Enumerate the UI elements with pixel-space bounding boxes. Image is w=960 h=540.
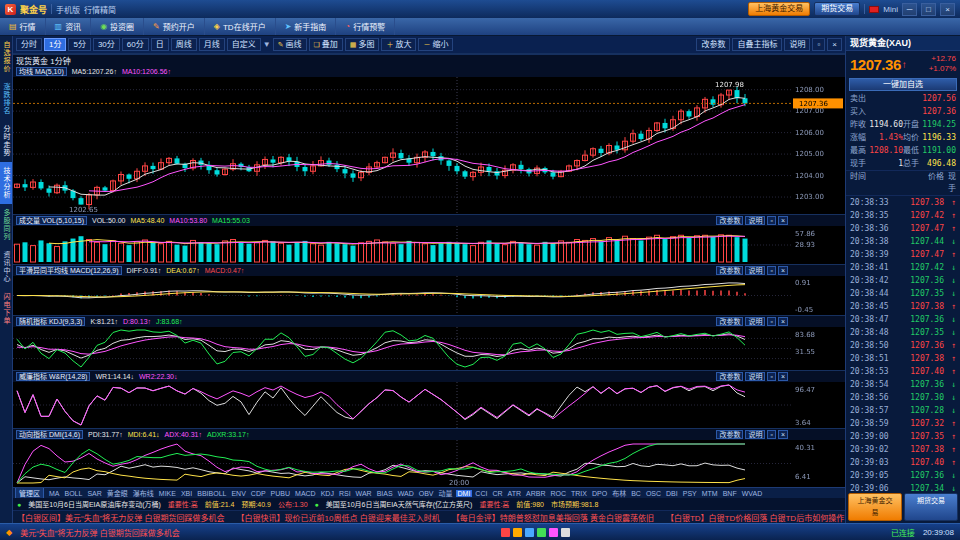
panel-shrink-icon[interactable]: ▫ — [767, 216, 775, 225]
futures-trade-button[interactable]: 期货交易 — [814, 2, 860, 16]
indicator-tab-dmi[interactable]: DMI — [456, 490, 473, 497]
news-link-2[interactable]: 【每日金评】特朗普怒怼加息美指回落 黄金白银震荡依旧 — [452, 512, 654, 523]
minimize-button[interactable]: ─ — [902, 3, 917, 16]
chart-button-main-ind[interactable]: 自叠主指标 — [732, 38, 782, 51]
tool-multi[interactable]: ▦多图 — [345, 38, 380, 51]
panel-close-icon[interactable]: × — [827, 38, 842, 51]
sidebar-item-3[interactable]: 技术分析 — [0, 162, 12, 204]
period-tab-day[interactable]: 日 — [151, 38, 169, 51]
indicator-tab-env[interactable]: ENV — [229, 490, 247, 497]
panel-shrink-icon[interactable]: ▫ — [767, 317, 775, 326]
tick-list[interactable]: 20:38:331207.38↑20:38:351207.42↑20:38:36… — [846, 196, 960, 491]
indicator-tab-pubu[interactable]: PUBU — [269, 490, 292, 497]
chart-canvas-dmi[interactable] — [13, 440, 845, 487]
indicator-tab-kdj[interactable]: KDJ — [319, 490, 336, 497]
indicator-tab-cn-3[interactable]: 黄金眼 — [105, 488, 130, 498]
indicator-tab-mike[interactable]: MIKE — [157, 490, 178, 497]
indicator-manage-button[interactable]: 管理区 — [15, 487, 44, 498]
indicator-tab-wad[interactable]: WAD — [396, 490, 416, 497]
toolbar-item-quotes[interactable]: ▤行情 — [0, 18, 46, 35]
toolbar-item-alert[interactable]: ◔行情预警 — [336, 18, 395, 35]
chart-canvas-main[interactable] — [13, 77, 845, 214]
panel-shrink-icon[interactable]: ▫ — [767, 372, 775, 381]
shortcut-icon-1[interactable] — [513, 528, 522, 537]
indicator-tab-roc[interactable]: ROC — [548, 490, 568, 497]
indicator-tab-arbr[interactable]: ARBR — [524, 490, 547, 497]
toolbar-item-news[interactable]: ▥资讯 — [46, 18, 92, 35]
mobile-version-link[interactable]: 手机版 — [56, 4, 80, 15]
indicator-tab-war[interactable]: WAR — [354, 490, 374, 497]
tool-overlay[interactable]: ❏叠加 — [309, 38, 343, 51]
indicator-tab-macd[interactable]: MACD — [293, 490, 318, 497]
panel-close-icon[interactable]: × — [778, 266, 788, 275]
indicator-tab-sar[interactable]: SAR — [85, 490, 103, 497]
news-link-0[interactable]: 【白银区间】美元“失血”将无力反弹 白银期货回踩做多机会 — [17, 512, 225, 523]
toolbar-item-guide[interactable]: ➤新手指南 — [276, 18, 337, 35]
panel-shrink-icon[interactable]: ▫ — [767, 430, 775, 439]
indicator-tab-cn-27[interactable]: 布林 — [610, 488, 628, 498]
maximize-button[interactable]: □ — [921, 3, 936, 16]
shortcut-icon-5[interactable] — [561, 528, 570, 537]
indicator-tab-boll[interactable]: BOLL — [63, 490, 85, 497]
chart-canvas-macd[interactable] — [13, 276, 845, 315]
indicator-tab-bc[interactable]: BC — [629, 490, 643, 497]
period-tab-5min[interactable]: 5分 — [68, 38, 90, 51]
indicator-tab-bias[interactable]: BIAS — [375, 490, 395, 497]
indicator-tab-mtm[interactable]: MTM — [700, 490, 720, 497]
indicator-tab-osc[interactable]: OSC — [644, 490, 663, 497]
panel-help-button[interactable]: 说明 — [745, 372, 765, 381]
sidebar-item-5[interactable]: 资讯中心 — [0, 246, 12, 288]
panel-help-button[interactable]: 说明 — [745, 216, 765, 225]
sidebar-item-6[interactable]: 闪电下单 — [0, 288, 12, 330]
period-tab-30min[interactable]: 30分 — [93, 38, 120, 51]
indicator-tab-wvad[interactable]: WVAD — [740, 490, 764, 497]
panel-close-icon[interactable]: × — [778, 216, 788, 225]
sidebar-item-0[interactable]: 自选报价 — [0, 36, 12, 78]
shortcut-icon-4[interactable] — [549, 528, 558, 537]
toolbar-item-td-account[interactable]: ◈TD在线开户 — [205, 18, 276, 35]
panel-close-icon[interactable]: × — [778, 317, 788, 326]
panel-shrink-icon[interactable]: ▫ — [812, 38, 825, 51]
indicator-tab-ma[interactable]: MA — [47, 490, 62, 497]
period-tab-month[interactable]: 月线 — [199, 38, 225, 51]
shanghai-gold-trade-button[interactable]: 上海黄金交易 — [748, 2, 810, 16]
shortcut-icon-3[interactable] — [537, 528, 546, 537]
panel-params-button[interactable]: 改参数 — [716, 216, 743, 225]
indicator-tab-cn-18[interactable]: 动量 — [437, 488, 455, 498]
panel-shrink-icon[interactable]: ▫ — [767, 266, 775, 275]
indicator-tab-bnf[interactable]: BNF — [721, 490, 739, 497]
indicator-tab-obv[interactable]: OBV — [417, 490, 436, 497]
shanghai-gold-trade-button[interactable]: 上海黄金交易 — [848, 493, 902, 521]
indicator-tab-cdp[interactable]: CDP — [249, 490, 268, 497]
indicator-tab-xbi[interactable]: XBI — [179, 490, 194, 497]
chart-canvas-vol[interactable] — [13, 226, 845, 264]
indicator-tab-trix[interactable]: TRIX — [569, 490, 589, 497]
indicator-tab-bbiboll[interactable]: BBIBOLL — [195, 490, 228, 497]
panel-close-icon[interactable]: × — [778, 430, 788, 439]
period-tab-1min[interactable]: 1分 — [44, 38, 66, 51]
periods-dropdown-icon[interactable]: ▼ — [263, 40, 271, 49]
panel-help-button[interactable]: 说明 — [745, 430, 765, 439]
close-button[interactable]: × — [940, 3, 955, 16]
toolbar-item-community[interactable]: ◉投资圈 — [91, 18, 144, 35]
chart-button-help[interactable]: 说明 — [784, 38, 810, 51]
chart-canvas-wr[interactable] — [13, 382, 845, 428]
shortcut-icon-0[interactable] — [501, 528, 510, 537]
shortcut-icon-2[interactable] — [525, 528, 534, 537]
chart-button-params[interactable]: 改参数 — [696, 38, 730, 51]
sidebar-item-2[interactable]: 分时走势 — [0, 120, 12, 162]
sidebar-item-4[interactable]: 多股同列 — [0, 204, 12, 246]
period-tab-60min[interactable]: 60分 — [122, 38, 149, 51]
indicator-tab-cr[interactable]: CR — [490, 490, 504, 497]
tool-draw-line[interactable]: ✎画线 — [273, 38, 307, 51]
indicator-tab-cn-4[interactable]: 瀑布线 — [131, 488, 156, 498]
news-link-1[interactable]: 【白银快讯】现价已近前10周低点 白银迎来最佳买入时机 — [237, 512, 440, 523]
indicator-tab-rsi[interactable]: RSI — [337, 490, 353, 497]
panel-close-icon[interactable]: × — [778, 372, 788, 381]
panel-help-button[interactable]: 说明 — [745, 317, 765, 326]
add-watchlist-button[interactable]: 一键加自选 — [849, 78, 957, 91]
futures-trade-button[interactable]: 期货交易 — [904, 493, 958, 521]
indicator-tab-dbi[interactable]: DBI — [664, 490, 680, 497]
statusbar-news-link[interactable]: 美元“失血”将无力反弹 白银期货回踩做多机会 — [20, 527, 180, 538]
period-tab-week[interactable]: 周线 — [171, 38, 197, 51]
